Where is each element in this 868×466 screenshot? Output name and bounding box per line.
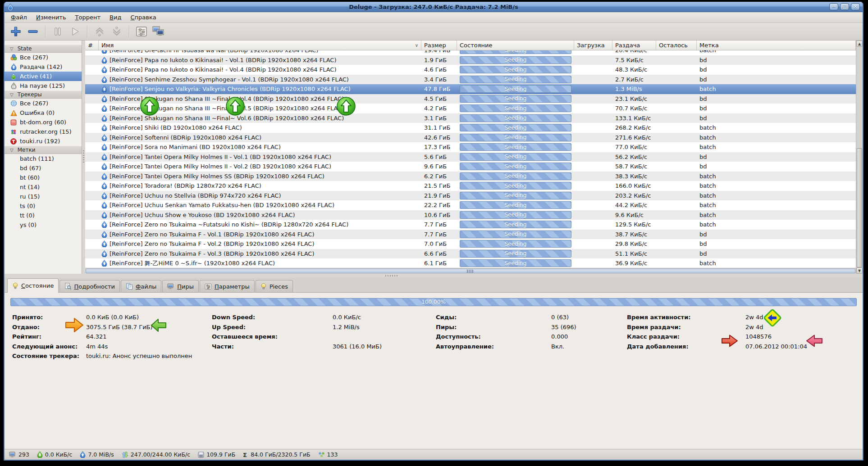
torrent-row[interactable]: [ReinForce] Shakugan no Shana III ~Final… [85,104,856,113]
column-header-#[interactable]: # [85,41,99,50]
sidebar-item[interactable]: Все (267) [5,99,82,108]
sidebar-item[interactable]: ru (15) [5,192,82,201]
titlebar[interactable]: Deluge - Загрузка: 247.0 КиБ/с Раздача: … [5,2,863,12]
resume-torrent-button[interactable] [67,24,82,39]
sidebar-item[interactable]: nt (14) [5,182,82,192]
queue-up-button[interactable] [92,24,107,39]
statusbar-item[interactable]: 247.00/244.00 КиБ/с [122,451,190,458]
column-header-Имя[interactable]: Имя∨ [99,41,421,50]
sidebar-item[interactable]: rutracker.org (15) [5,127,82,136]
stat-row: Автоуправление:Вкл. [436,342,627,352]
column-header-Метка[interactable]: Метка [697,41,856,50]
torrent-row[interactable]: [ReinForce] Tantei Opera Milky Holmes II… [85,152,856,162]
torrent-row[interactable]: [ReinForce] Zero no Tsukaima F - Vol.1 (… [85,230,856,240]
torrent-row[interactable]: [ReinForce] Uchuu no Stellvia (BDRip 974… [85,191,856,201]
sidebar-section-header[interactable]: ▽Трекеры [5,90,82,99]
sidebar-item[interactable]: touki.ru (192) [5,136,82,146]
stat-row: Оставшееся время: [212,332,436,342]
menu-item-2[interactable]: Торрент [71,13,105,22]
tab-Подробности[interactable]: Подробности [59,280,120,292]
menu-item-3[interactable]: Вид [105,13,126,22]
statusbar-item[interactable]: Σ84.0 ГиБ/2320.5 ГиБ [243,451,310,458]
sidebar-section-header[interactable]: ▽Метки [5,146,82,154]
remove-torrent-button[interactable] [25,24,41,39]
torrent-row[interactable]: [ReinForce] Papa no Iukoto o Kikinasai! … [85,55,856,65]
column-header-Состояние[interactable]: Состояние [457,41,574,50]
sidebar-item[interactable]: Раздача (142) [5,62,82,72]
torrent-row[interactable]: [ReinForce] 舞-乙HiME 0 ~S.ifr~ (1920x1080… [85,258,856,268]
horizontal-scrollbar[interactable] [85,268,856,274]
torrent-row[interactable]: [ReinForce] Shakugan no Shana III ~Final… [85,113,856,123]
scroll-up-arrow[interactable]: ▲ [856,41,863,47]
sidebar-section-header[interactable]: ▽State [5,45,82,53]
pause-torrent-button[interactable] [50,24,65,39]
menu-item-0[interactable]: Файл [6,13,32,22]
torrent-label: batch [699,212,716,218]
tab-Файлы[interactable]: Файлы [121,280,161,292]
torrent-row[interactable]: [ReinForce] Shakugan no Shana III ~Final… [85,94,856,104]
tab-Пиры[interactable]: Пиры [162,280,199,292]
torrent-row[interactable]: [ReinForce] Softenni (BDRip 1920x1080 x2… [85,133,856,143]
sidebar-item[interactable]: Active (41) [5,72,82,81]
connection-manager-button[interactable] [151,24,166,39]
hscrollbar-thumb[interactable] [86,269,855,273]
vertical-scrollbar[interactable]: ▲ ▼ [856,41,863,274]
statusbar-item[interactable]: 7.0 MiB/s [80,451,114,458]
torrent-row[interactable]: [ReinForce] Senjou no Valkyria: Valkyria… [85,84,856,94]
sidebar-splitter[interactable] [82,41,85,274]
torrent-row[interactable]: [ReinForce] Papa no Iukoto o Kikinasai! … [85,65,856,75]
sidebar-item[interactable]: bd (67) [5,163,82,173]
vscrollbar-track[interactable] [856,47,863,267]
column-header-Загрузка[interactable]: Загрузка [574,41,612,50]
torrent-row[interactable]: [ReinForce] Zero no Tsukaima F - Vol.2 (… [85,239,856,249]
menu-item-4[interactable]: Справка [126,13,160,22]
statusbar-item[interactable]: 0.0 КиБ/с [37,451,73,458]
seeding-drop-icon [101,202,107,208]
torrent-row[interactable]: [ReinForce] Uchuu Show e Youkoso (BD 192… [85,210,856,220]
menu-item-1[interactable]: Изменить [32,13,71,22]
state-progressbar: Seeding [460,192,571,199]
sidebar-item[interactable]: Все (267) [5,53,82,62]
torrent-row[interactable]: [ReinForce] Senhime Zesshou Symphogear -… [85,75,856,85]
preferences-button[interactable] [134,24,149,39]
torrent-row[interactable]: [ReinForce] Tantei Opera Milky Holmes SS… [85,172,856,181]
sidebar-item[interactable]: ys (0) [5,220,82,230]
sidebar-item[interactable]: На паузе (125) [5,81,82,90]
seeding-drop-icon [101,240,107,247]
column-header-Осталось[interactable]: Осталось [656,41,697,50]
close-button[interactable]: × [851,3,860,10]
column-header-Раздача[interactable]: Раздача [612,41,656,50]
seeding-drop-icon [101,231,107,238]
sidebar-item[interactable]: bt (60) [5,173,82,182]
column-header-Размер[interactable]: Размер [421,41,457,50]
sidebar-item[interactable]: Ошибка (0) [5,108,82,118]
torrent-row[interactable]: [ReinForce] Tantei Opera Milky Holmes II… [85,162,856,172]
torrent-row[interactable]: [ReinForce] Ore-tachi ni Tsubasa wa Nai … [85,50,856,55]
sidebar-item[interactable]: bt-dom.org (60) [5,118,82,127]
panel-splitter[interactable] [5,274,863,278]
statusbar-item[interactable]: 293 [9,451,29,458]
sidebar-item[interactable]: tt (0) [5,211,82,220]
torrent-row[interactable]: [ReinForce] Sora no Manimani (BD 1920x10… [85,142,856,152]
torrent-row[interactable]: [ReinForce] Toradora! (BDRip 1280x720 x2… [85,181,856,191]
sidebar-item[interactable]: batch (111) [5,154,82,163]
tab-Параметры[interactable]: Параметры [200,280,255,292]
queue-down-button[interactable] [109,24,124,39]
maximize-button[interactable]: □ [840,3,849,10]
sidebar-item[interactable]: ts (0) [5,201,82,211]
minimize-button[interactable]: − [829,3,838,10]
statusbar-item[interactable]: 133 [318,451,338,458]
statusbar-item[interactable]: 109.9 ГиБ [198,451,235,458]
torrent-row[interactable]: [ReinForce] Zero no Tsukaima ~Futatsuki … [85,220,856,230]
torrent-row[interactable]: [ReinForce] Uchuu Senkan Yamato Fukkatsu… [85,200,856,210]
tab-Состояние[interactable]: Состояние [7,278,59,293]
torrent-row[interactable]: [ReinForce] Zero no Tsukaima F - Vol.3 (… [85,249,856,259]
tab-Pieces[interactable]: Pieces [256,280,293,292]
torrent-row[interactable]: [ReinForce] Shiki (BD 1920x1080 x264 FLA… [85,123,856,133]
vscrollbar-thumb[interactable] [857,148,862,267]
add-torrent-button[interactable] [8,24,23,39]
toolbar [5,23,863,41]
bulb-icon [260,283,267,290]
scroll-down-arrow[interactable]: ▼ [856,267,863,274]
stat-label: Время раздачи: [627,324,745,330]
